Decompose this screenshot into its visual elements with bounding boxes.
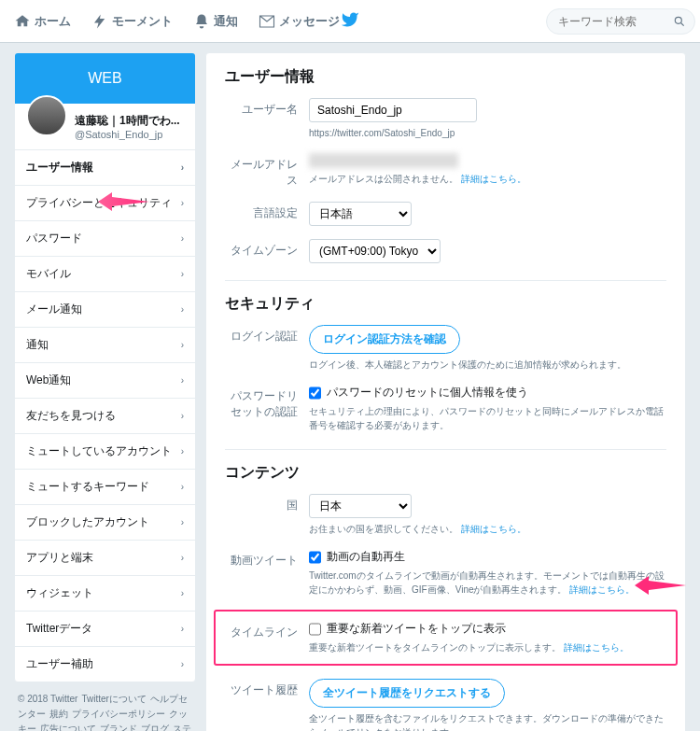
sidebar-item-14[interactable]: ユーザー補助› <box>15 647 195 682</box>
login-auth-note: ログイン後、本人確認とアカウント保護のために追加情報が求められます。 <box>309 358 666 372</box>
video-details-link[interactable]: 詳細はこちら。 <box>569 584 635 595</box>
footer-link[interactable]: 規約 <box>49 709 68 719</box>
chevron-right-icon: › <box>181 517 184 527</box>
pw-reset-check-label: パスワードのリセットに個人情報を使う <box>327 385 528 401</box>
archive-label: ツイート履歴 <box>225 679 309 698</box>
sidebar-item-9[interactable]: ミュートするキーワード› <box>15 470 195 505</box>
nav-moments-label: モーメント <box>112 13 173 30</box>
chevron-right-icon: › <box>181 659 184 669</box>
home-icon <box>14 13 31 30</box>
archive-request-button[interactable]: 全ツイート履歴をリクエストする <box>309 679 505 708</box>
country-note: お住まいの国を選択してください。 <box>309 524 458 534</box>
sidebar-item-label: メール通知 <box>26 302 82 317</box>
sidebar-item-8[interactable]: ミュートしているアカウント› <box>15 434 195 470</box>
svg-line-1 <box>681 22 684 25</box>
sidebar-item-label: 通知 <box>26 337 49 353</box>
section-content: コンテンツ <box>225 463 666 483</box>
email-details-link[interactable]: 詳細はこちら。 <box>461 174 526 184</box>
annotation-arrow-sidebar <box>98 188 154 218</box>
nav-notifications-label: 通知 <box>214 13 238 30</box>
annotation-arrow-timeline <box>635 571 691 602</box>
chevron-right-icon: › <box>181 162 184 173</box>
sidebar-item-0[interactable]: ユーザー情報› <box>15 150 195 186</box>
sidebar: WEB 遠藤聡｜1時間でわ... @Satoshi_Endo_jp ユーザー情報… <box>14 52 196 682</box>
footer-link[interactable]: Twitterについて <box>81 694 146 704</box>
video-autoplay-checkbox[interactable] <box>309 550 321 565</box>
sidebar-item-11[interactable]: アプリと端末› <box>15 541 195 576</box>
chevron-right-icon: › <box>181 304 184 315</box>
sidebar-item-label: アプリと端末 <box>26 550 93 566</box>
footer-link[interactable]: ブログ <box>141 724 169 731</box>
chevron-right-icon: › <box>181 198 184 208</box>
sidebar-item-label: ミュートしているアカウント <box>26 443 172 459</box>
lightning-icon <box>91 13 108 30</box>
nav-messages-label: メッセージ <box>279 13 340 30</box>
sidebar-item-12[interactable]: ウィジェット› <box>15 576 195 612</box>
sidebar-profile[interactable]: 遠藤聡｜1時間でわ... @Satoshi_Endo_jp <box>15 104 195 150</box>
timeline-check-label: 重要な新着ツイートをトップに表示 <box>327 621 506 637</box>
archive-note: 全ツイート履歴を含むファイルをリクエストできます。ダウンロードの準備ができたらメ… <box>309 711 666 731</box>
country-details-link[interactable]: 詳細はこちら。 <box>461 524 526 534</box>
sidebar-item-label: ユーザー情報 <box>26 160 93 176</box>
footer-link[interactable]: プライバシーポリシー <box>72 709 165 719</box>
email-label: メールアドレス <box>225 153 309 189</box>
nav-notifications[interactable]: 通知 <box>193 13 238 30</box>
sidebar-item-13[interactable]: Twitterデータ› <box>15 612 195 647</box>
pw-reset-note: セキュリティ上の理由により、パスワードのリセットと同時にメールアドレスか電話番号… <box>309 404 666 432</box>
country-label: 国 <box>225 494 309 513</box>
chevron-right-icon: › <box>181 624 184 634</box>
envelope-icon <box>259 13 275 30</box>
username-url: https://twitter.com/Satoshi_Endo_jp <box>309 126 666 140</box>
username-input[interactable] <box>309 98 477 122</box>
sidebar-item-label: ユーザー補助 <box>26 656 93 672</box>
sidebar-item-label: Twitterデータ <box>26 621 92 637</box>
pw-reset-checkbox[interactable] <box>309 386 321 401</box>
profile-name: 遠藤聡｜1時間でわ... <box>75 113 180 129</box>
sidebar-item-5[interactable]: 通知› <box>15 328 195 363</box>
email-note: メールアドレスは公開されません。 <box>309 174 458 184</box>
section-user-info: ユーザー情報 <box>225 67 666 87</box>
chevron-right-icon: › <box>181 411 184 421</box>
avatar <box>26 95 67 136</box>
language-label: 言語設定 <box>225 202 309 221</box>
language-select[interactable]: 日本語 <box>309 202 412 226</box>
section-security: セキュリティ <box>225 294 666 314</box>
twitter-logo[interactable] <box>341 10 359 32</box>
footer-link[interactable]: 広告について <box>40 724 96 731</box>
chevron-right-icon: › <box>181 375 184 386</box>
profile-handle: @Satoshi_Endo_jp <box>75 129 180 140</box>
sidebar-item-label: パスワード <box>26 231 82 246</box>
nav-home[interactable]: ホーム <box>14 13 71 30</box>
sidebar-item-7[interactable]: 友だちを見つける› <box>15 399 195 434</box>
chevron-right-icon: › <box>181 233 184 244</box>
chevron-right-icon: › <box>181 482 184 492</box>
sidebar-item-label: ウィジェット <box>26 585 93 601</box>
nav-moments[interactable]: モーメント <box>91 13 173 30</box>
login-auth-button[interactable]: ログイン認証方法を確認 <box>309 325 460 354</box>
chevron-right-icon: › <box>181 340 184 350</box>
timeline-highlight-box: タイムライン 重要な新着ツイートをトップに表示 重要な新着ツイートをタイムライン… <box>214 610 678 666</box>
email-value-redacted <box>309 153 458 168</box>
country-select[interactable]: 日本 <box>309 494 412 518</box>
nav-home-label: ホーム <box>35 13 71 30</box>
sidebar-item-6[interactable]: Web通知› <box>15 363 195 399</box>
timeline-note: 重要な新着ツイートをタイムラインのトップに表示します。 <box>309 642 561 653</box>
sidebar-item-label: Web通知 <box>26 373 71 388</box>
nav-messages[interactable]: メッセージ <box>259 13 340 30</box>
video-check-label: 動画の自動再生 <box>327 549 405 565</box>
footer-link[interactable]: ブランド <box>100 724 137 731</box>
search-icon[interactable] <box>673 15 686 28</box>
bell-icon <box>193 13 210 30</box>
sidebar-item-3[interactable]: モバイル› <box>15 257 195 292</box>
sidebar-item-2[interactable]: パスワード› <box>15 221 195 257</box>
timezone-select[interactable]: (GMT+09:00) Tokyo <box>309 239 441 263</box>
timeline-details-link[interactable]: 詳細はこちら。 <box>564 642 629 653</box>
sidebar-item-4[interactable]: メール通知› <box>15 292 195 328</box>
sidebar-item-10[interactable]: ブロックしたアカウント› <box>15 505 195 541</box>
sidebar-item-label: ミュートするキーワード <box>26 479 149 495</box>
timeline-top-checkbox[interactable] <box>309 622 321 637</box>
timezone-label: タイムゾーン <box>225 239 309 259</box>
timeline-label: タイムライン <box>225 621 309 640</box>
video-label: 動画ツイート <box>225 549 309 569</box>
chevron-right-icon: › <box>181 588 184 598</box>
